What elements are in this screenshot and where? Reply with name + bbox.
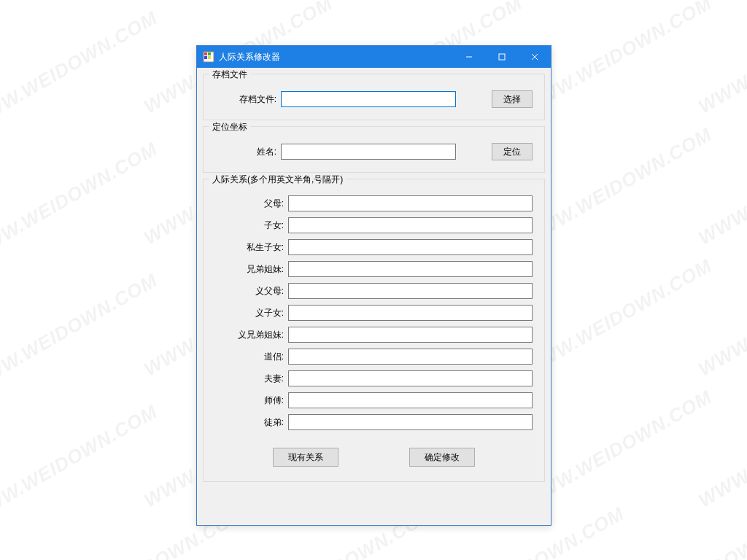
svg-rect-6 xyxy=(499,54,505,60)
relation-row: 道侣: xyxy=(215,349,533,365)
relation-label: 道侣: xyxy=(215,351,288,363)
watermark-text: WWW.WEIDOWN.COM xyxy=(694,386,747,512)
relation-label: 义兄弟姐妹: xyxy=(215,329,288,341)
savefile-input[interactable] xyxy=(281,91,456,107)
minimize-button[interactable] xyxy=(452,46,485,68)
relation-row: 私生子女: xyxy=(215,239,533,255)
maximize-button[interactable] xyxy=(485,46,518,68)
relation-input[interactable] xyxy=(288,370,533,386)
relation-row: 兄弟姐妹: xyxy=(215,261,533,277)
confirm-modify-button[interactable]: 确定修改 xyxy=(409,448,475,467)
svg-rect-4 xyxy=(208,56,211,59)
svg-rect-2 xyxy=(208,52,211,55)
relation-row: 父母: xyxy=(215,195,533,211)
relation-input[interactable] xyxy=(288,305,533,321)
watermark-text: WWW.WEIDOWN.COM xyxy=(694,0,747,118)
relation-row: 师傅: xyxy=(215,392,533,408)
client-area: 存档文件 存档文件: 选择 定位坐标 姓名: 定位 人际关系(多个用英文半角,号… xyxy=(197,68,551,494)
app-window: 人际关系修改器 存档文件 存档文件: 选择 定位坐标 xyxy=(196,45,551,526)
titlebar[interactable]: 人际关系修改器 xyxy=(197,46,551,68)
titlebar-controls xyxy=(452,46,551,68)
window-title: 人际关系修改器 xyxy=(219,51,280,63)
watermark-text: WWW.WEIDOWN.COM xyxy=(694,254,747,381)
relation-label: 兄弟姐妹: xyxy=(215,263,288,276)
relation-input[interactable] xyxy=(288,327,533,343)
watermark-text: WWW.WEIDOWN.COM xyxy=(0,7,161,133)
savefile-label: 存档文件: xyxy=(215,93,281,106)
relation-row: 义兄弟姐妹: xyxy=(215,327,533,343)
relation-row: 义父母: xyxy=(215,283,533,299)
group-relations: 人际关系(多个用英文半角,号隔开) 父母:子女:私生子女:兄弟姐妹:义父母:义子… xyxy=(203,179,545,482)
relation-row: 夫妻: xyxy=(215,370,533,386)
app-icon xyxy=(203,51,214,63)
existing-relations-button[interactable]: 现有关系 xyxy=(273,448,338,467)
relation-input[interactable] xyxy=(288,261,533,277)
watermark-text: WWW.WEIDOWN.COM xyxy=(622,502,747,560)
group-savefile-title: 存档文件 xyxy=(209,69,250,81)
watermark-text: WWW.WEIDOWN.COM xyxy=(0,269,161,395)
relation-input[interactable] xyxy=(288,414,533,430)
group-locate: 定位坐标 姓名: 定位 xyxy=(203,126,545,173)
watermark-text: WWW.WEIDOWN.COM xyxy=(694,123,747,249)
relation-label: 子女: xyxy=(215,219,288,232)
relation-label: 师傅: xyxy=(215,394,288,407)
locate-button[interactable]: 定位 xyxy=(492,143,533,160)
relation-row: 徒弟: xyxy=(215,414,533,430)
relation-input[interactable] xyxy=(288,239,533,255)
group-savefile: 存档文件 存档文件: 选择 xyxy=(203,74,545,120)
relation-label: 义子女: xyxy=(215,307,288,319)
svg-rect-1 xyxy=(204,52,207,55)
relation-input[interactable] xyxy=(288,283,533,299)
name-input[interactable] xyxy=(281,144,456,160)
relation-label: 父母: xyxy=(215,198,288,210)
group-relations-title: 人际关系(多个用英文半角,号隔开) xyxy=(209,174,346,186)
select-file-button[interactable]: 选择 xyxy=(492,90,533,108)
relation-label: 私生子女: xyxy=(215,241,288,254)
relation-input[interactable] xyxy=(288,195,533,211)
relation-row: 子女: xyxy=(215,217,533,233)
relation-label: 徒弟: xyxy=(215,416,288,429)
relation-label: 义父母: xyxy=(215,285,288,298)
relation-input[interactable] xyxy=(288,392,533,408)
group-locate-title: 定位坐标 xyxy=(209,121,250,133)
name-label: 姓名: xyxy=(215,146,281,158)
watermark-text: WWW.WEIDOWN.COM xyxy=(0,138,161,264)
relation-label: 夫妻: xyxy=(215,373,288,385)
watermark-text: WWW.WEIDOWN.COM xyxy=(0,400,161,526)
close-button[interactable] xyxy=(518,46,551,68)
svg-rect-3 xyxy=(204,56,207,59)
relation-input[interactable] xyxy=(288,349,533,365)
relation-input[interactable] xyxy=(288,217,533,233)
relation-row: 义子女: xyxy=(215,305,533,321)
